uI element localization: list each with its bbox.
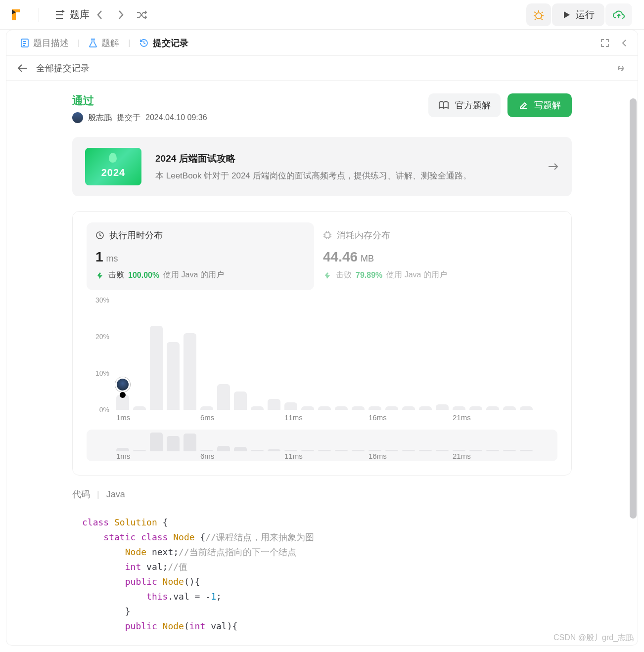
chart-bar[interactable] bbox=[200, 406, 213, 410]
watermark: CSDN @殷丿grd_志鹏 bbox=[553, 633, 634, 643]
play-icon bbox=[562, 10, 571, 19]
link-icon[interactable] bbox=[615, 63, 627, 73]
chart-bar[interactable] bbox=[150, 326, 163, 410]
submitted-prefix: 提交于 bbox=[117, 113, 140, 123]
mini-bar bbox=[520, 450, 533, 451]
marker-dot bbox=[120, 392, 126, 398]
tab-submissions[interactable]: 提交记录 bbox=[135, 37, 192, 49]
collapse-chevron-icon[interactable] bbox=[621, 38, 628, 48]
x-label: 21ms bbox=[453, 452, 537, 460]
run-button[interactable]: 运行 bbox=[552, 3, 604, 26]
chart-bar[interactable] bbox=[385, 406, 398, 410]
promo-title: 2024 后端面试攻略 bbox=[155, 152, 471, 165]
debug-button[interactable] bbox=[526, 3, 551, 26]
chart-bar[interactable] bbox=[520, 406, 533, 410]
chart-bar[interactable] bbox=[503, 406, 516, 410]
chart-bar[interactable] bbox=[133, 406, 146, 410]
chart-bar[interactable] bbox=[268, 399, 280, 410]
memory-value: 44.46 bbox=[323, 249, 358, 265]
memory-card[interactable]: 消耗内存分布 44.46 MB 击败 79.89% 使用 Java 的用户 bbox=[314, 222, 557, 290]
submitted-time: 2024.04.10 09:36 bbox=[145, 113, 207, 122]
cloud-upload-icon bbox=[612, 9, 625, 20]
chart-bar[interactable] bbox=[318, 406, 331, 410]
run-label: 运行 bbox=[576, 8, 595, 21]
avatar[interactable] bbox=[72, 112, 83, 123]
tab-description[interactable]: 题目描述 bbox=[16, 37, 73, 49]
prev-icon[interactable] bbox=[90, 5, 110, 24]
back-icon[interactable] bbox=[17, 64, 28, 73]
chart-bar[interactable] bbox=[301, 406, 314, 410]
sep: | bbox=[97, 489, 99, 500]
mini-bar bbox=[150, 433, 163, 451]
official-solution-button[interactable]: 官方题解 bbox=[428, 93, 501, 117]
problems-button[interactable]: 题库 bbox=[54, 8, 90, 21]
mini-bar bbox=[385, 450, 398, 451]
mini-bar bbox=[234, 447, 247, 451]
chart-bar[interactable] bbox=[469, 406, 482, 410]
shuffle-icon[interactable] bbox=[131, 5, 152, 24]
mini-bar bbox=[116, 448, 129, 451]
logo[interactable] bbox=[9, 7, 24, 22]
clock-icon bbox=[95, 231, 104, 240]
mini-bar bbox=[133, 450, 146, 451]
expand-icon[interactable] bbox=[600, 38, 610, 48]
divider bbox=[39, 8, 39, 22]
tab-solution[interactable]: 题解 bbox=[85, 37, 123, 49]
edit-icon bbox=[518, 100, 528, 110]
code-block[interactable]: class Solution { static class Node {//课程… bbox=[72, 509, 572, 640]
tab-submissions-label: 提交记录 bbox=[153, 37, 188, 49]
chart-bar[interactable] bbox=[217, 384, 230, 410]
topbar-right: 运行 bbox=[526, 3, 632, 26]
y-label: 30% bbox=[88, 296, 109, 304]
mini-bar bbox=[251, 450, 264, 451]
promo-image: 2024 bbox=[85, 148, 141, 185]
topbar: 题库 运行 bbox=[0, 0, 644, 30]
tab-solution-label: 题解 bbox=[101, 37, 119, 49]
next-icon[interactable] bbox=[110, 5, 131, 24]
chart-bar[interactable] bbox=[368, 406, 381, 410]
chart-bar[interactable] bbox=[167, 342, 180, 410]
official-solution-label: 官方题解 bbox=[455, 99, 491, 111]
chart-bar[interactable] bbox=[284, 402, 297, 410]
runtime-beats-pct: 100.00% bbox=[128, 271, 159, 280]
mini-bar bbox=[167, 436, 180, 451]
submit-cloud-button[interactable] bbox=[605, 3, 632, 26]
promo-card[interactable]: 2024 2024 后端面试攻略 本 LeetBook 针对于 2024 后端岗… bbox=[72, 137, 572, 196]
mini-bar bbox=[436, 450, 449, 451]
chart-bar[interactable] bbox=[184, 333, 196, 410]
chart-bar[interactable] bbox=[402, 406, 415, 410]
beats-label: 击败 bbox=[108, 270, 124, 280]
beats-label: 击败 bbox=[336, 270, 352, 280]
main-panel: 题目描述 | 题解 | 提交记录 全部提交记录 通过 bbox=[6, 30, 638, 646]
chart-bar[interactable] bbox=[335, 406, 348, 410]
runtime-card[interactable]: 执行用时分布 1 ms 击败 100.00% 使用 Java 的用户 bbox=[87, 222, 314, 290]
x-label: 11ms bbox=[284, 413, 368, 422]
chart-bar[interactable] bbox=[116, 395, 129, 410]
mini-bar bbox=[184, 434, 196, 451]
svg-point-0 bbox=[536, 13, 542, 19]
x-label: 21ms bbox=[453, 413, 537, 422]
runtime-title: 执行用时分布 bbox=[109, 229, 163, 241]
chart-bar[interactable] bbox=[486, 406, 499, 410]
chart-bar[interactable] bbox=[436, 404, 449, 410]
beats-suffix: 使用 Java 的用户 bbox=[163, 270, 224, 280]
chart-bar[interactable] bbox=[453, 406, 465, 410]
write-solution-button[interactable]: 写题解 bbox=[507, 93, 572, 117]
scrollbar[interactable] bbox=[629, 81, 638, 645]
list-icon bbox=[54, 10, 65, 20]
chart-bar[interactable] bbox=[234, 391, 247, 410]
runtime-mini-chart[interactable]: 1ms6ms11ms16ms21ms bbox=[87, 430, 557, 461]
mini-bar bbox=[352, 450, 365, 451]
chart-bar[interactable] bbox=[352, 406, 365, 410]
mini-bar bbox=[453, 450, 465, 451]
status-row: 通过 殷志鹏 提交于 2024.04.10 09:36 官方题解 bbox=[72, 93, 572, 123]
y-label: 20% bbox=[88, 333, 109, 341]
code-label: 代码 bbox=[72, 488, 90, 500]
user-marker bbox=[115, 377, 130, 392]
mini-bar bbox=[469, 450, 482, 451]
mini-bar bbox=[368, 450, 381, 451]
y-label: 10% bbox=[88, 369, 109, 377]
chart-bar[interactable] bbox=[251, 406, 264, 410]
chart-bar[interactable] bbox=[419, 406, 432, 410]
username[interactable]: 殷志鹏 bbox=[88, 113, 112, 123]
